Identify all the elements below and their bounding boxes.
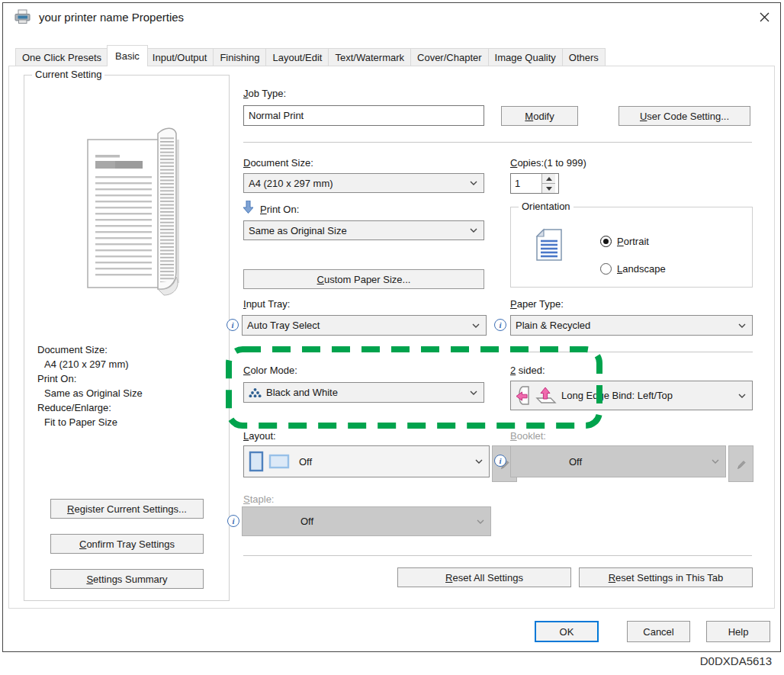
current-setting-group-label: Current Setting [32, 69, 104, 80]
booklet-value: Off [516, 456, 582, 468]
paper-type-label: Paper Type: [510, 298, 564, 310]
layout-value: Off [294, 456, 312, 468]
landscape-radio-row: Landscape [600, 263, 666, 275]
custom-paper-size-button[interactable]: Custom Paper Size... [243, 269, 484, 289]
info-icon[interactable]: i [494, 319, 506, 331]
tab-text-watermark[interactable]: Text/Watermark [329, 48, 411, 66]
confirm-tray-settings-button[interactable]: Confirm Tray Settings [50, 534, 204, 554]
document-size-value: A4 (210 x 297 mm) [249, 178, 333, 189]
duplex-sheet-up-arrow-icon [535, 387, 557, 404]
layout-label: Layout: [243, 430, 276, 442]
booklet-edit-pencil-button [728, 445, 753, 482]
landscape-radio[interactable] [600, 263, 612, 275]
tab-strip: One Click Presets Basic Input/Output Fin… [15, 45, 606, 66]
chevron-down-icon [738, 323, 746, 328]
close-button[interactable] [750, 4, 779, 30]
copies-spinner [541, 174, 555, 193]
input-tray-combobox[interactable]: Auto Tray Select [242, 315, 487, 336]
pencil-icon [735, 458, 747, 470]
down-triangle-icon [546, 187, 552, 191]
copies-increment-button[interactable] [542, 174, 555, 184]
two-sided-label: 2 sided: [510, 365, 545, 376]
color-mode-label: Color Mode: [243, 365, 297, 376]
printer-properties-dialog: your printer name Properties One Click P… [2, 2, 781, 652]
document-size-combobox[interactable]: A4 (210 x 297 mm) [243, 173, 484, 193]
color-dots-icon [249, 387, 262, 398]
job-type-value: Normal Print [249, 110, 304, 121]
input-tray-value: Auto Tray Select [247, 320, 320, 331]
summary-print-on-label: Print On: [37, 371, 143, 386]
settings-summary-button[interactable]: Settings Summary [50, 569, 204, 589]
close-icon [760, 12, 770, 22]
info-icon[interactable]: i [227, 319, 239, 331]
landscape-radio-label: Landscape [617, 263, 666, 275]
reset-settings-this-tab-button[interactable]: Reset Settings in This Tab [579, 567, 753, 587]
ok-button[interactable]: OK [535, 621, 599, 642]
input-tray-label: Input Tray: [243, 298, 290, 310]
portrait-radio-row: Portrait [600, 236, 649, 247]
layout-portrait-icon [249, 451, 264, 472]
separator [510, 352, 753, 352]
chevron-down-icon [475, 459, 483, 464]
layout-combobox[interactable]: Off [243, 445, 490, 477]
chevron-down-icon [712, 459, 719, 464]
staple-value: Off [247, 516, 313, 527]
printer-icon [14, 9, 32, 24]
window-title: your printer name Properties [39, 11, 184, 24]
tab-layout-edit[interactable]: Layout/Edit [266, 48, 329, 66]
copies-decrement-button[interactable] [542, 184, 555, 193]
reset-all-settings-button[interactable]: Reset All Settings [397, 567, 571, 587]
modify-button[interactable]: Modify [501, 106, 578, 126]
info-icon[interactable]: i [494, 455, 506, 467]
color-mode-combobox[interactable]: Black and White [243, 382, 484, 403]
copies-label: Copies:(1 to 999) [510, 157, 586, 169]
document-code: D0DXDA5613 [700, 654, 772, 667]
title-bar: your printer name Properties [3, 3, 780, 31]
portrait-page-icon [535, 228, 563, 262]
two-sided-combobox[interactable]: Long Edge Bind: Left/Top [510, 381, 753, 410]
portrait-radio-label: Portrait [617, 236, 649, 247]
tab-basic[interactable]: Basic [107, 45, 148, 66]
up-triangle-icon [546, 177, 552, 181]
help-button[interactable]: Help [706, 621, 770, 642]
two-sided-value: Long Edge Bind: Left/Top [561, 390, 673, 401]
chevron-down-icon [470, 391, 477, 395]
print-on-combobox[interactable]: Same as Original Size [243, 220, 484, 240]
separator [243, 555, 752, 556]
page: your printer name Properties One Click P… [0, 0, 784, 675]
print-on-value: Same as Original Size [249, 225, 347, 236]
portrait-radio[interactable] [600, 236, 612, 247]
tab-cover-chapter[interactable]: Cover/Chapter [411, 48, 489, 66]
user-code-setting-button[interactable]: User Code Setting... [619, 106, 750, 126]
cancel-button[interactable]: Cancel [627, 621, 690, 642]
staple-combobox: Off [242, 506, 491, 536]
register-current-settings-button[interactable]: Register Current Settings... [50, 499, 204, 519]
info-icon[interactable]: i [227, 515, 239, 527]
paper-type-combobox[interactable]: Plain & Recycled [510, 315, 753, 336]
summary-doc-size-value: A4 (210 x 297 mm) [37, 357, 143, 371]
summary-reduce-enlarge-label: Reduce/Enlarge: [37, 400, 143, 415]
document-preview-image [60, 106, 198, 320]
booklet-combobox: Off [510, 445, 726, 477]
job-type-label: Job Type: [243, 88, 286, 99]
staple-label: Staple: [243, 493, 274, 505]
job-type-combobox[interactable]: Normal Print [243, 105, 484, 126]
copies-spinbox [510, 173, 559, 194]
duplex-flip-page-icon [516, 384, 530, 407]
tab-input-output[interactable]: Input/Output [146, 48, 214, 66]
tab-one-click-presets[interactable]: One Click Presets [15, 48, 108, 66]
tab-image-quality[interactable]: Image Quality [489, 48, 563, 66]
chevron-down-icon [472, 323, 480, 328]
summary-reduce-enlarge-value: Fit to Paper Size [37, 415, 143, 429]
paper-type-value: Plain & Recycled [516, 320, 590, 331]
tab-others[interactable]: Others [563, 48, 606, 66]
print-on-label: Print On: [260, 204, 299, 215]
summary-print-on-value: Same as Original Size [37, 386, 143, 400]
tab-finishing[interactable]: Finishing [214, 48, 266, 66]
chevron-down-icon [470, 228, 477, 233]
orientation-group-label: Orientation [519, 201, 574, 212]
copies-input[interactable] [511, 174, 541, 193]
summary-doc-size-label: Document Size: [37, 342, 143, 357]
booklet-label: Booklet: [510, 430, 546, 442]
chevron-down-icon [477, 519, 484, 524]
